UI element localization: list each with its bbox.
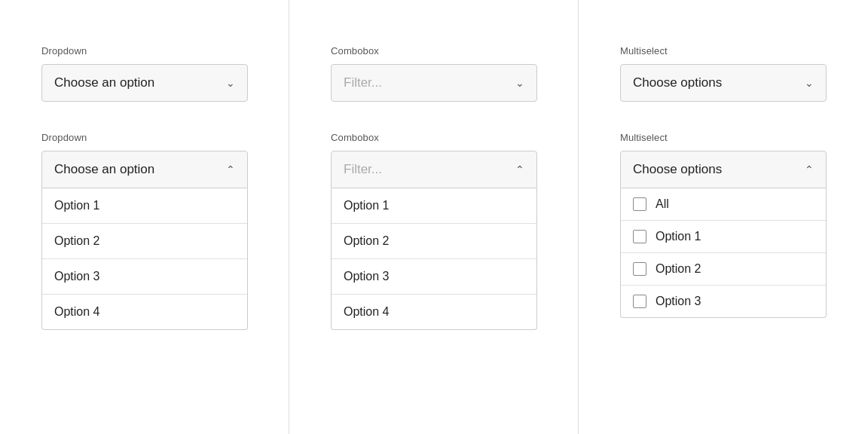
dropdown-option-3[interactable]: Option 3 [42, 259, 247, 295]
combobox-open-section: Combobox Filter... ⌃ Option 1 Option 2 O… [331, 132, 537, 330]
multiselect-open-section: Multiselect Choose options ⌃ All Option … [620, 132, 827, 318]
combobox-open-chevron-up-icon: ⌃ [515, 164, 524, 176]
combobox-open-list: Option 1 Option 2 Option 3 Option 4 [331, 188, 537, 330]
multiselect-checkbox-2[interactable] [633, 262, 646, 276]
multiselect-closed-control[interactable]: Choose options ⌄ [620, 64, 827, 102]
dropdown-open-control[interactable]: Choose an option ⌃ [41, 151, 248, 188]
dropdown-closed-label: Dropdown [41, 45, 248, 57]
multiselect-option-3-label: Option 3 [656, 295, 701, 308]
multiselect-open-control[interactable]: Choose options ⌃ [620, 151, 827, 188]
multiselect-option-1[interactable]: Option 1 [621, 221, 826, 253]
combobox-closed-chevron-down-icon: ⌄ [515, 77, 524, 89]
multiselect-option-all[interactable]: All [621, 188, 826, 221]
multiselect-closed-chevron-down-icon: ⌄ [805, 77, 814, 89]
multiselect-open-list: All Option 1 Option 2 Option 3 [620, 188, 827, 318]
dropdown-closed-chevron-down-icon: ⌄ [226, 77, 235, 89]
combobox-option-1[interactable]: Option 1 [332, 188, 536, 224]
dropdown-option-1[interactable]: Option 1 [42, 188, 247, 224]
combobox-open-label: Combobox [331, 132, 537, 143]
multiselect-column: Multiselect Choose options ⌄ Multiselect… [579, 0, 868, 434]
multiselect-checkbox-3[interactable] [633, 295, 646, 308]
multiselect-closed-label: Multiselect [620, 45, 827, 57]
dropdown-closed-text: Choose an option [54, 75, 154, 90]
combobox-column: Combobox Filter... ⌄ Combobox Filter... … [289, 0, 579, 434]
combobox-option-4[interactable]: Option 4 [332, 295, 536, 329]
multiselect-option-2-label: Option 2 [656, 262, 701, 276]
multiselect-option-3[interactable]: Option 3 [621, 286, 826, 317]
dropdown-open-section: Dropdown Choose an option ⌃ Option 1 Opt… [41, 132, 248, 330]
multiselect-open-chevron-up-icon: ⌃ [805, 164, 814, 176]
multiselect-open-text: Choose options [633, 162, 722, 177]
combobox-closed-label: Combobox [331, 45, 537, 57]
dropdown-open-text: Choose an option [54, 162, 154, 177]
dropdown-closed-control[interactable]: Choose an option ⌄ [41, 64, 248, 102]
combobox-closed-placeholder: Filter... [344, 75, 382, 90]
combobox-closed-section: Combobox Filter... ⌄ [331, 45, 537, 102]
multiselect-checkbox-1[interactable] [633, 230, 646, 243]
page-container: Dropdown Choose an option ⌄ Dropdown Cho… [0, 0, 868, 434]
multiselect-option-1-label: Option 1 [656, 230, 701, 243]
multiselect-open-label: Multiselect [620, 132, 827, 143]
multiselect-option-2[interactable]: Option 2 [621, 253, 826, 286]
dropdown-closed-section: Dropdown Choose an option ⌄ [41, 45, 248, 102]
multiselect-checkbox-all[interactable] [633, 197, 646, 211]
dropdown-column: Dropdown Choose an option ⌄ Dropdown Cho… [0, 0, 289, 434]
dropdown-option-2[interactable]: Option 2 [42, 224, 247, 259]
multiselect-closed-section: Multiselect Choose options ⌄ [620, 45, 827, 102]
combobox-closed-control[interactable]: Filter... ⌄ [331, 64, 537, 102]
combobox-open-placeholder: Filter... [344, 162, 382, 177]
combobox-option-2[interactable]: Option 2 [332, 224, 536, 259]
multiselect-closed-text: Choose options [633, 75, 722, 90]
dropdown-open-label: Dropdown [41, 132, 248, 143]
dropdown-open-chevron-up-icon: ⌃ [226, 164, 235, 176]
combobox-option-3[interactable]: Option 3 [332, 259, 536, 295]
dropdown-open-list: Option 1 Option 2 Option 3 Option 4 [41, 188, 248, 330]
dropdown-option-4[interactable]: Option 4 [42, 295, 247, 329]
combobox-open-control[interactable]: Filter... ⌃ [331, 151, 537, 188]
multiselect-option-all-label: All [656, 197, 669, 211]
